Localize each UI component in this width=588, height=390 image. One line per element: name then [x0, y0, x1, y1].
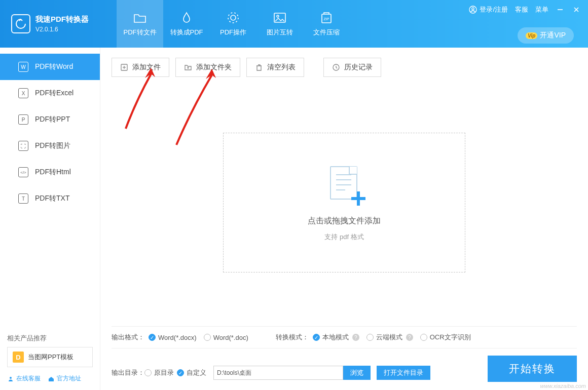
- output-path-input[interactable]: [213, 366, 343, 380]
- options-bar: 输出格式： Word(*.docx) Word(*.doc) 转换模式： 本地模…: [112, 326, 577, 348]
- minimize-button[interactable]: [556, 6, 565, 13]
- help-icon[interactable]: ?: [406, 334, 413, 341]
- dir-origin-radio[interactable]: 原目录: [144, 368, 174, 377]
- tab-to-pdf[interactable]: 转换成PDF: [163, 0, 210, 48]
- sidebar-item-pdf-image[interactable]: ⛶PDF转图片: [0, 133, 100, 159]
- add-folder-button[interactable]: 添加文件夹: [175, 58, 240, 77]
- tab-pdf-ops[interactable]: PDF操作: [210, 0, 256, 48]
- convert-mode-label: 转换模式：: [276, 333, 309, 342]
- tab-pdf-to-file[interactable]: PDF转文件: [117, 0, 163, 48]
- clear-list-button[interactable]: 清空列表: [246, 58, 304, 77]
- toolbar: 添加文件 添加文件夹 清空列表 历史记录: [112, 58, 577, 77]
- close-button[interactable]: [572, 6, 581, 13]
- sidebar-item-pdf-word[interactable]: WPDF转Word: [0, 54, 100, 80]
- zip-icon: ZIP: [319, 11, 334, 25]
- excel-icon: X: [18, 88, 28, 98]
- app-logo-icon: [11, 14, 30, 33]
- app-version: V2.0.1.6: [35, 26, 89, 33]
- related-products-title: 相关产品推荐: [7, 334, 93, 343]
- help-icon[interactable]: ?: [352, 334, 359, 341]
- word-icon: W: [18, 62, 28, 72]
- header: 我速PDF转换器 V2.0.1.6 PDF转文件 转换成PDF PDF操作 图片…: [0, 0, 588, 48]
- top-tabs: PDF转文件 转换成PDF PDF操作 图片互转 ZIP 文件压缩: [117, 0, 350, 48]
- image-icon: [273, 11, 287, 25]
- output-dir-label: 输出目录：: [112, 368, 144, 377]
- online-service-link[interactable]: 在线客服: [7, 374, 41, 383]
- dir-custom-radio[interactable]: 自定义: [177, 368, 206, 377]
- dropzone-title: 点击或拖拽文件添加: [308, 216, 381, 226]
- dropzone-subtitle: 支持 pdf 格式: [324, 232, 363, 242]
- html-icon: </>: [18, 167, 28, 177]
- gear-icon: [226, 11, 240, 25]
- official-link[interactable]: 官方地址: [48, 374, 81, 383]
- product-logo-icon: D: [13, 352, 24, 363]
- home-icon: [48, 375, 55, 382]
- main: 添加文件 添加文件夹 清空列表 历史记录 点击或拖拽文件添加 支持 pdf 格式…: [100, 48, 588, 390]
- folder-icon: [133, 11, 147, 25]
- tab-image-convert[interactable]: 图片互转: [256, 0, 303, 48]
- format-docx-radio[interactable]: Word(*.docx): [149, 334, 197, 341]
- sidebar-item-pdf-html[interactable]: </>PDF转Html: [0, 159, 100, 185]
- output-format-label: 输出格式：: [112, 333, 144, 342]
- pdf-icon: [179, 11, 194, 25]
- sidebar-item-pdf-excel[interactable]: XPDF转Excel: [0, 80, 100, 106]
- svg-point-0: [231, 15, 236, 20]
- ppt-icon: P: [18, 114, 28, 125]
- sidebar-item-pdf-txt[interactable]: TPDF转TXT: [0, 185, 100, 212]
- history-button[interactable]: 历史记录: [323, 58, 381, 77]
- svg-point-3: [277, 15, 279, 17]
- menu-link[interactable]: 菜单: [535, 5, 548, 14]
- txt-icon: T: [18, 193, 28, 204]
- brand: 我速PDF转换器 V2.0.1.6: [0, 0, 117, 48]
- add-file-button[interactable]: 添加文件: [112, 58, 169, 77]
- plus-file-icon: [120, 63, 128, 71]
- open-folder-button[interactable]: 打开文件目录: [377, 366, 430, 380]
- svg-point-7: [472, 8, 474, 10]
- mode-ocr-radio[interactable]: OCR文字识别: [420, 333, 471, 342]
- tab-compress[interactable]: ZIP 文件压缩: [303, 0, 350, 48]
- mode-local-radio[interactable]: 本地模式?: [313, 333, 359, 342]
- clock-icon: [332, 63, 340, 71]
- document-plus-icon: [326, 164, 362, 205]
- watermark: www.xiazaiba.com: [540, 383, 586, 389]
- vip-badge-icon: Vip: [526, 32, 537, 39]
- svg-text:ZIP: ZIP: [324, 17, 329, 21]
- vip-button[interactable]: Vip 开通VIP: [518, 27, 574, 44]
- trash-icon: [255, 63, 263, 71]
- format-doc-radio[interactable]: Word(*.doc): [204, 334, 248, 341]
- svg-point-11: [10, 377, 12, 379]
- headset-icon: [7, 375, 14, 382]
- browse-button[interactable]: 浏览: [343, 366, 371, 380]
- sidebar: WPDF转Word XPDF转Excel PPDF转PPT ⛶PDF转图片 </…: [0, 48, 100, 390]
- image-small-icon: ⛶: [18, 141, 28, 151]
- app-title: 我速PDF转换器: [35, 15, 89, 24]
- start-convert-button[interactable]: 开始转换: [488, 356, 577, 382]
- login-link[interactable]: 登录/注册: [469, 5, 508, 14]
- user-icon: [469, 6, 477, 14]
- svg-point-1: [228, 13, 238, 23]
- sidebar-item-pdf-ppt[interactable]: PPDF转PPT: [0, 106, 100, 133]
- output-row: 输出目录： 原目录 自定义 浏览 打开文件目录 开始转换: [112, 366, 577, 380]
- dropzone[interactable]: 点击或拖拽文件添加 支持 pdf 格式: [223, 133, 465, 272]
- mode-cloud-radio[interactable]: 云端模式?: [366, 333, 413, 342]
- customer-service-link[interactable]: 客服: [515, 5, 528, 14]
- window-controls: 登录/注册 客服 菜单: [469, 5, 581, 14]
- plus-folder-icon: [184, 63, 192, 71]
- related-product-item[interactable]: D 当图网PPT模板: [7, 347, 93, 367]
